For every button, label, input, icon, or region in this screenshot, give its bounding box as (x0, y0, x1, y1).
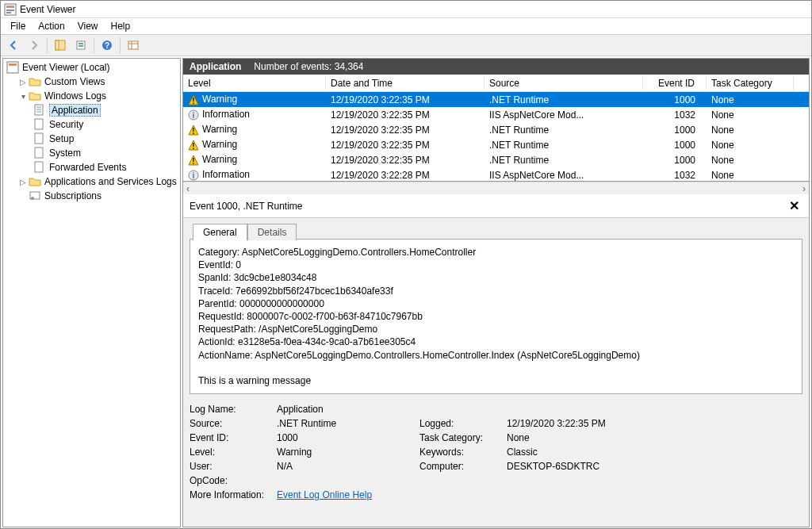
navigation-tree[interactable]: Event Viewer (Local) ▷ Custom Views ▾ Wi… (2, 58, 181, 527)
event-row[interactable]: !Warning12/19/2020 3:22:35 PM.NET Runtim… (183, 122, 809, 137)
folder-icon (29, 75, 41, 88)
event-row[interactable]: !Warning12/19/2020 3:22:35 PM.NET Runtim… (183, 137, 809, 152)
tab-general[interactable]: General (193, 224, 247, 240)
tree-custom-views[interactable]: ▷ Custom Views (3, 75, 180, 89)
tree-label: Windows Logs (44, 90, 106, 102)
list-header[interactable]: Level Date and Time Source Event ID Task… (183, 75, 809, 92)
taskcat-label: Task Category: (419, 432, 507, 443)
nav-back-button[interactable] (4, 36, 23, 54)
detail-title: Event 1000, .NET Runtime (190, 201, 303, 212)
toolbar: ? (1, 34, 811, 56)
svg-text:!: ! (192, 142, 194, 151)
toolbar-separator (94, 37, 94, 53)
svg-text:!: ! (192, 157, 194, 166)
scroll-left-icon[interactable]: ‹ (186, 183, 190, 194)
tree-root[interactable]: Event Viewer (Local) (3, 60, 180, 75)
subscriptions-icon (29, 190, 41, 202)
event-message[interactable]: Category: AspNetCore5LoggingDemo.Control… (190, 239, 802, 394)
menu-action[interactable]: Action (32, 19, 71, 33)
show-hide-tree-button[interactable] (51, 36, 70, 54)
event-viewer-icon (6, 61, 19, 74)
warning-icon: ! (188, 94, 199, 105)
view-options-button[interactable] (124, 36, 143, 54)
info-icon: i (188, 170, 199, 181)
nav-forward-button[interactable] (25, 36, 44, 54)
scroll-right-icon[interactable]: › (802, 183, 806, 194)
tree-system[interactable]: System (3, 146, 180, 160)
event-row[interactable]: !Warning12/19/2020 3:22:35 PM.NET Runtim… (183, 92, 809, 107)
menu-bar: File Action View Help (1, 18, 811, 34)
svg-rect-11 (128, 41, 138, 49)
detail-header: Event 1000, .NET Runtime ✕ (183, 194, 809, 218)
taskcat-value: None (507, 432, 745, 443)
tree-label: System (49, 148, 81, 159)
svg-rect-23 (35, 162, 43, 172)
tree-root-label: Event Viewer (Local) (22, 62, 110, 73)
svg-text:!: ! (192, 127, 194, 136)
close-detail-button[interactable]: ✕ (786, 198, 802, 213)
moreinfo-label: More Information: (190, 489, 277, 500)
detail-body: General Details Category: AspNetCore5Log… (183, 218, 809, 527)
svg-text:?: ? (105, 41, 109, 50)
event-list[interactable]: Level Date and Time Source Event ID Task… (183, 75, 809, 182)
tree-forwarded[interactable]: Forwarded Events (3, 160, 180, 174)
logname-value: Application (277, 404, 419, 415)
help-button[interactable]: ? (98, 36, 117, 54)
log-icon (33, 118, 46, 131)
svg-rect-7 (79, 43, 83, 44)
info-icon: i (188, 109, 199, 121)
expand-icon[interactable]: ▷ (17, 178, 29, 186)
svg-rect-22 (35, 148, 43, 158)
log-icon (33, 161, 46, 174)
logged-label: Logged: (419, 418, 507, 429)
event-row[interactable]: !Warning12/19/2020 3:22:35 PM.NET Runtim… (183, 152, 809, 167)
col-datetime[interactable]: Date and Time (326, 76, 485, 90)
log-icon (33, 147, 46, 159)
svg-rect-21 (35, 133, 43, 144)
warning-icon: ! (188, 155, 199, 166)
horizontal-scrollbar[interactable]: ‹ › (183, 182, 809, 194)
col-eventid[interactable]: Event ID (643, 76, 707, 90)
collapse-icon[interactable]: ▾ (17, 92, 29, 101)
col-source[interactable]: Source (485, 76, 643, 90)
tree-apps-services[interactable]: ▷ Applications and Services Logs (3, 174, 180, 189)
content-pane: Application Number of events: 34,364 Lev… (182, 58, 810, 527)
level-value: Warning (277, 447, 419, 458)
col-task[interactable]: Task Category (707, 76, 794, 90)
content-header-count: Number of events: 34,364 (254, 61, 363, 72)
tree-subscriptions[interactable]: Subscriptions (3, 189, 180, 203)
svg-rect-3 (6, 12, 11, 13)
tree-label: Setup (49, 133, 74, 144)
eventid-label: Event ID: (190, 432, 277, 443)
moreinfo-link[interactable]: Event Log Online Help (277, 489, 372, 500)
tree-label: Applications and Services Logs (44, 176, 177, 187)
tree-windows-logs[interactable]: ▾ Windows Logs (3, 89, 180, 103)
main-area: Event Viewer (Local) ▷ Custom Views ▾ Wi… (1, 56, 811, 529)
toolbar-separator (47, 37, 48, 53)
svg-rect-1 (6, 6, 14, 8)
svg-point-25 (31, 197, 34, 200)
tree-application[interactable]: Application (3, 103, 180, 117)
svg-rect-8 (79, 45, 83, 47)
menu-view[interactable]: View (71, 19, 105, 33)
event-row[interactable]: iInformation12/19/2020 3:22:35 PMIIS Asp… (183, 107, 809, 122)
source-label: Source: (190, 418, 277, 429)
col-level[interactable]: Level (183, 76, 326, 90)
detail-tabs: General Details (193, 223, 802, 240)
keywords-label: Keywords: (419, 447, 507, 458)
keywords-value: Classic (507, 447, 745, 458)
export-button[interactable] (71, 36, 90, 54)
window-titlebar: Event Viewer (1, 1, 811, 18)
app-icon (4, 3, 17, 16)
menu-file[interactable]: File (4, 19, 32, 33)
content-header-name: Application (190, 61, 241, 72)
expand-icon[interactable]: ▷ (17, 78, 29, 86)
tree-security[interactable]: Security (3, 117, 180, 132)
level-label: Level: (190, 447, 277, 458)
svg-rect-15 (9, 63, 17, 66)
tab-details[interactable]: Details (247, 224, 297, 240)
tree-setup[interactable]: Setup (3, 132, 180, 146)
menu-help[interactable]: Help (105, 19, 137, 33)
opcode-value (277, 475, 419, 486)
event-row[interactable]: iInformation12/19/2020 3:22:28 PMIIS Asp… (183, 167, 809, 182)
